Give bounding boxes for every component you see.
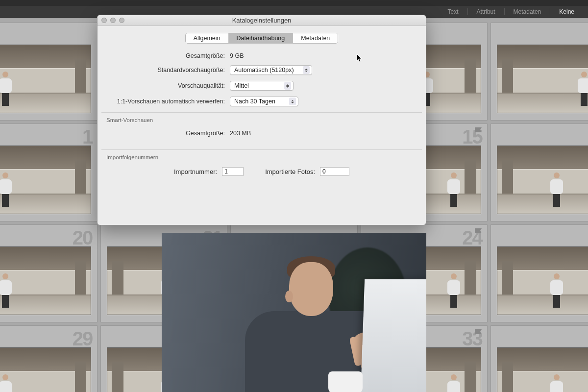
separator [550, 8, 550, 15]
grid-cell[interactable]: 29 [0, 325, 98, 392]
window-zoom-button[interactable] [119, 18, 124, 23]
std-preview-size-value: Automatisch (5120px) [234, 67, 294, 74]
grid-cell[interactable] [490, 123, 588, 221]
import-sequence-heading: Importfolgenummern [106, 154, 417, 160]
filter-attribute[interactable]: Attribut [477, 8, 495, 15]
filter-text[interactable]: Text [448, 8, 459, 15]
window-minimize-button[interactable] [110, 18, 116, 23]
cell-index: 20 [73, 227, 93, 249]
catalog-settings-dialog: Katalogeinstellungen Allgemein Dateihand… [97, 15, 426, 225]
tab-file-handling[interactable]: Dateihandhabung [229, 33, 294, 43]
imported-photos-label: Importierte Fotos: [265, 168, 315, 175]
grid-cell[interactable]: 2 [490, 224, 588, 322]
separator [467, 8, 468, 15]
flag-icon [474, 228, 483, 235]
grid-cell[interactable]: 6 [490, 23, 588, 121]
grid-cell[interactable]: 1 [0, 123, 98, 221]
thumbnail[interactable] [0, 146, 91, 214]
grid-cell[interactable]: 20 [0, 224, 98, 322]
tab-general[interactable]: Allgemein [186, 33, 229, 43]
std-preview-size-label: Standardvorschaugröße: [106, 67, 230, 74]
tab-metadata[interactable]: Metadaten [293, 33, 338, 43]
imported-photos-input[interactable] [320, 167, 349, 176]
presenter-video-overlay [162, 233, 426, 392]
filter-none[interactable]: Keine [559, 8, 574, 15]
chevron-updown-icon [303, 66, 310, 74]
grid-cell[interactable] [490, 325, 588, 392]
cell-index: 1 [82, 126, 92, 148]
import-number-label: Importnummer: [174, 168, 217, 175]
window-chrome-top [0, 0, 588, 6]
thumbnail[interactable] [497, 45, 588, 113]
smart-total-size-value: 203 MB [230, 130, 251, 137]
smart-total-size-label: Gesamtgröße: [106, 130, 230, 137]
preview-quality-label: Vorschauqualität: [106, 82, 230, 89]
chevron-updown-icon [284, 82, 291, 90]
total-size-label: Gesamtgröße: [106, 52, 230, 59]
chevron-updown-icon [289, 98, 296, 105]
total-size-value: 9 GB [230, 52, 244, 59]
discard-1to1-label: 1:1-Vorschauen automatisch verwerfen: [106, 98, 230, 105]
dialog-title: Katalogeinstellungen [232, 17, 292, 24]
dialog-tabs: Allgemein Dateihandhabung Metadaten [98, 33, 426, 44]
import-number-input[interactable] [222, 167, 244, 176]
thumbnail[interactable] [0, 246, 91, 315]
thumbnail[interactable] [497, 246, 588, 315]
flag-icon [474, 127, 483, 134]
cursor-icon [356, 53, 363, 62]
discard-1to1-value: Nach 30 Tagen [234, 98, 275, 105]
smart-previews-heading: Smart-Vorschauen [106, 117, 417, 123]
window-close-button[interactable] [101, 18, 107, 23]
filter-metadata[interactable]: Metadaten [514, 8, 541, 15]
thumbnail[interactable] [497, 146, 588, 214]
flag-icon [474, 329, 483, 336]
discard-1to1-select[interactable]: Nach 30 Tagen [230, 97, 298, 106]
smart-previews-section: Smart-Vorschauen Gesamtgröße: 203 MB [98, 112, 426, 145]
thumbnail[interactable] [0, 347, 91, 392]
grid-cell[interactable] [0, 23, 98, 121]
import-sequence-section: Importfolgenummern Importnummer: Importi… [98, 149, 426, 184]
thumbnail[interactable] [0, 45, 91, 113]
preview-quality-select[interactable]: Mittel [230, 81, 294, 91]
preview-quality-value: Mittel [234, 82, 249, 89]
separator [504, 8, 505, 15]
dialog-titlebar[interactable]: Katalogeinstellungen [98, 15, 426, 26]
cell-index: 29 [73, 328, 93, 350]
std-preview-size-select[interactable]: Automatisch (5120px) [230, 65, 312, 75]
thumbnail[interactable] [497, 347, 588, 392]
